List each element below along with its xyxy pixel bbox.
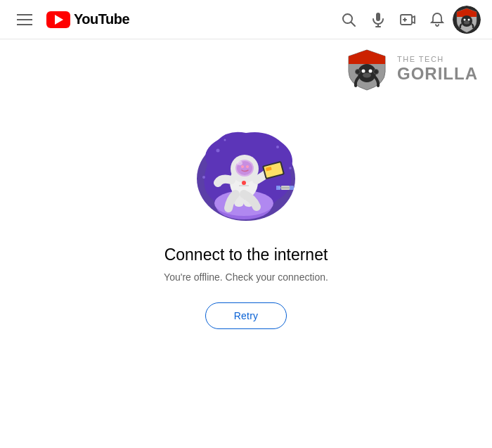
svg-point-10 (468, 18, 470, 20)
bell-button[interactable] (423, 6, 451, 34)
yt-red-icon (46, 11, 70, 28)
add-video-button[interactable] (394, 6, 422, 34)
tech-gorilla-brand: THE TECH GORILLA (344, 46, 478, 92)
header-left: YouTube (11, 8, 129, 31)
svg-point-23 (224, 139, 226, 141)
svg-point-15 (363, 73, 371, 78)
hamburger-menu-button[interactable] (11, 8, 38, 31)
avatar-button[interactable] (453, 6, 481, 34)
site-header: YouTube (0, 0, 492, 39)
svg-point-22 (202, 176, 205, 179)
svg-point-32 (241, 165, 244, 168)
offline-title: Connect to the internet (164, 245, 328, 264)
svg-rect-2 (376, 13, 380, 21)
svg-point-21 (289, 167, 292, 169)
svg-point-35 (242, 181, 246, 185)
mic-button[interactable] (364, 6, 392, 34)
offline-illustration (183, 113, 309, 226)
avatar (453, 6, 481, 34)
header-right (335, 6, 481, 34)
search-button[interactable] (335, 6, 363, 34)
youtube-logo[interactable]: YouTube (46, 11, 129, 28)
branding-area: THE TECH GORILLA (0, 39, 492, 92)
tech-gorilla-logo-icon (344, 46, 390, 92)
svg-point-34 (237, 161, 242, 165)
svg-point-20 (276, 146, 279, 148)
svg-point-9 (464, 18, 466, 20)
brand-the-tech: THE TECH (397, 55, 478, 64)
gorilla-avatar-icon (453, 6, 481, 34)
svg-point-33 (246, 165, 249, 168)
youtube-wordmark: YouTube (74, 11, 129, 27)
svg-line-1 (351, 22, 356, 26)
svg-point-17 (374, 70, 379, 75)
astronaut-illustration-icon (186, 115, 306, 224)
retry-button[interactable]: Retry (205, 302, 287, 329)
offline-state: Connect to the internet You're offline. … (0, 92, 492, 350)
svg-point-16 (356, 70, 361, 75)
yt-play-triangle (55, 15, 63, 25)
svg-point-19 (216, 148, 220, 152)
svg-rect-42 (276, 186, 280, 190)
mic-icon (370, 11, 387, 28)
add-video-icon (399, 11, 416, 28)
svg-point-11 (464, 20, 470, 24)
brand-gorilla: GORILLA (397, 64, 478, 84)
brand-text: THE TECH GORILLA (397, 55, 478, 84)
svg-rect-43 (290, 186, 294, 190)
svg-point-13 (362, 70, 365, 73)
bell-icon (429, 11, 446, 28)
offline-subtitle: You're offline. Check your connection. (164, 271, 328, 283)
search-icon (340, 11, 357, 28)
svg-point-14 (369, 70, 373, 73)
